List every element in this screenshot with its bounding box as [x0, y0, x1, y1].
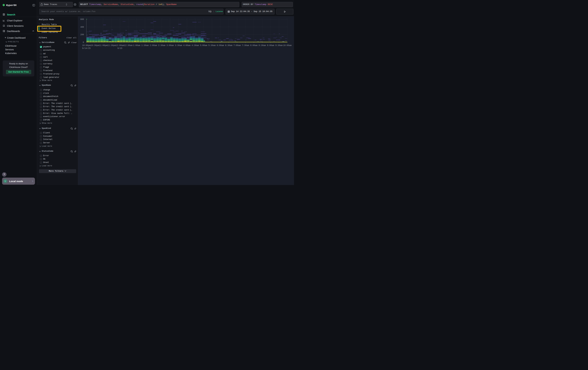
svg-text:5:30am: 5:30am	[208, 44, 216, 47]
svg-text:0: 0	[83, 41, 84, 44]
svg-text:9/14/25: 9/14/25	[82, 47, 91, 50]
svg-text:5:00am: 5:00am	[200, 44, 207, 47]
svg-text:9:00am: 9:00am	[267, 44, 274, 47]
svg-text:600: 600	[80, 18, 84, 20]
svg-text:6:30am: 6:30am	[225, 44, 232, 47]
svg-text:8:30am: 8:30am	[259, 44, 266, 47]
svg-text:11:00pm: 11:00pm	[99, 44, 107, 47]
svg-text:9:30am: 9:30am	[275, 44, 283, 47]
svg-text:400: 400	[80, 26, 84, 28]
svg-text:2:30am: 2:30am	[158, 44, 165, 47]
svg-text:6:00am: 6:00am	[217, 44, 224, 47]
svg-text:11:30pm: 11:30pm	[107, 44, 116, 47]
svg-text:1:30am: 1:30am	[141, 44, 149, 47]
svg-text:4:00am: 4:00am	[183, 44, 190, 47]
svg-text:3:00am: 3:00am	[167, 44, 174, 47]
svg-text:10:00am: 10:00am	[283, 44, 292, 47]
svg-text:7:30am: 7:30am	[242, 44, 249, 47]
svg-text:9/15: 9/15	[117, 47, 122, 50]
svg-text:10:00pm: 10:00pm	[82, 44, 91, 47]
svg-text:4:30am: 4:30am	[192, 44, 199, 47]
svg-text:12:00am: 12:00am	[116, 44, 124, 47]
svg-text:12:30am: 12:30am	[124, 44, 133, 47]
svg-text:200: 200	[80, 34, 84, 36]
svg-text:7:00am: 7:00am	[233, 44, 241, 47]
svg-text:10:30pm: 10:30pm	[91, 44, 99, 47]
svg-text:8:00am: 8:00am	[250, 44, 257, 47]
svg-text:1:00am: 1:00am	[133, 44, 140, 47]
svg-text:3:30am: 3:30am	[175, 44, 182, 47]
svg-text:2:00am: 2:00am	[150, 44, 157, 47]
